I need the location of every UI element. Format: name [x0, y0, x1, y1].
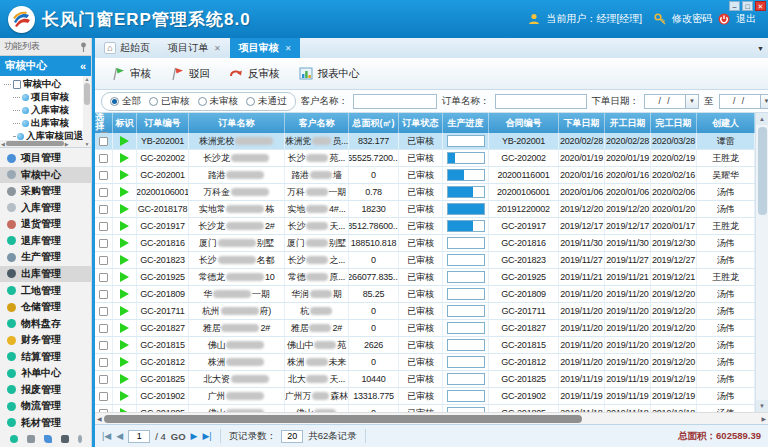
tree-root-node[interactable]: 审核中心 — [4, 78, 83, 91]
table-row[interactable]: GC-201917 长沙龙2# 长沙天... 8512.78600... 已审核… — [95, 218, 755, 235]
sidebar-nav-item[interactable]: 物流管理 — [0, 398, 91, 415]
go-button[interactable]: GO — [171, 431, 186, 442]
table-row[interactable]: GC-201812 株洲 株洲未来 0 已审核 GC-201812 2019/1… — [95, 354, 755, 371]
status-radio[interactable]: 未通过 — [246, 95, 287, 108]
table-row[interactable]: GC-201805 佛山 佛山 0 已审核 GC-201805 2019/11/… — [95, 405, 755, 412]
table-header-cell[interactable]: 开工日期 — [605, 113, 651, 133]
table-row[interactable]: GC-201809 华一期 华润期 85.25 已审核 GC-201809 20… — [95, 286, 755, 303]
table-header-cell[interactable]: 客户名称 — [285, 113, 349, 133]
table-row[interactable]: GC-201823 长沙名都 长沙之... 0 已审核 GC-201823 20… — [95, 252, 755, 269]
sidebar-nav-item[interactable]: 报废管理 — [0, 381, 91, 398]
sidebar-nav-item[interactable]: 退库管理 — [0, 233, 91, 250]
table-header-cell[interactable]: 完工日期 — [651, 113, 697, 133]
sidebar-nav-item[interactable]: 物料盘存 — [0, 315, 91, 332]
tab[interactable]: ⌂ 起始页 — [95, 38, 159, 58]
toolbar-button[interactable]: 报表中心 — [291, 63, 367, 85]
scroll-up-icon[interactable]: ▲ — [756, 113, 768, 125]
scroll-left-icon[interactable]: ◀ — [97, 415, 102, 422]
toolbar-button[interactable]: 审核 — [103, 63, 158, 85]
table-horizontal-scrollbar[interactable]: ◀ ▶ — [95, 412, 768, 424]
scroll-down-icon[interactable]: ▼ — [756, 400, 768, 412]
date-value[interactable]: / / — [719, 94, 761, 109]
prev-page-button[interactable]: ◀ — [116, 431, 123, 441]
table-row[interactable]: 20200106001 万科金 万科一期 0.78 已审核 2020010600… — [95, 184, 755, 201]
tree-vertical-scrollbar[interactable]: ▲▼ — [83, 76, 91, 147]
leaf-icon[interactable] — [44, 435, 52, 443]
pin-icon[interactable] — [80, 42, 87, 52]
table-header-cell[interactable]: 选择 — [95, 113, 113, 133]
row-checkbox[interactable] — [99, 324, 108, 333]
sidebar-nav-item[interactable]: 入库管理 — [0, 200, 91, 217]
scroll-right-icon[interactable]: ▶ — [761, 415, 766, 422]
sidebar-nav-item[interactable]: 项目管理 — [0, 150, 91, 167]
sidebar-nav-item[interactable]: 补单中心 — [0, 365, 91, 382]
table-header-cell[interactable]: 合同编号 — [489, 113, 559, 133]
table-row[interactable]: GC-201711 杭州府) 杭 0 已审核 GC-201711 2019/11… — [95, 303, 755, 320]
last-page-button[interactable]: ▶| — [202, 431, 211, 441]
tree-child-node[interactable]: 出库审核 — [13, 117, 83, 130]
table-row[interactable]: GC-201815 佛山 佛山中苑 2626 已审核 GC-201815 201… — [95, 337, 755, 354]
scrollbar-thumb[interactable] — [104, 415, 582, 423]
cart-icon[interactable] — [27, 435, 35, 443]
row-checkbox[interactable] — [99, 137, 108, 146]
table-header-cell[interactable]: 订单状态 — [399, 113, 443, 133]
sidebar-nav-item[interactable]: 退货管理 — [0, 216, 91, 233]
tab[interactable]: 项目审核 ✕ — [230, 38, 301, 58]
sidebar-nav-item[interactable]: 结算管理 — [0, 348, 91, 365]
page-size-input[interactable] — [281, 430, 303, 443]
page-number-input[interactable] — [128, 430, 150, 443]
date-value[interactable]: / / — [644, 94, 686, 109]
sidebar-panel-header[interactable]: 审核中心 « — [0, 56, 91, 76]
row-checkbox[interactable] — [99, 188, 108, 197]
tab[interactable]: 项目订单 ✕ — [159, 38, 230, 58]
status-radio[interactable]: 未审核 — [198, 95, 239, 108]
table-row[interactable]: GC-202001 路港 路港墙 0 已审核 20200116001 2020/… — [95, 167, 755, 184]
row-checkbox[interactable] — [99, 273, 108, 282]
tree-child-node[interactable]: 入库审核 — [13, 104, 83, 117]
row-checkbox[interactable] — [99, 222, 108, 231]
row-checkbox[interactable] — [99, 341, 108, 350]
minimize-button[interactable]: – — [729, 1, 740, 11]
calendar-dropdown-icon[interactable]: ▼ — [686, 94, 699, 109]
row-checkbox[interactable] — [99, 307, 108, 316]
table-row[interactable]: GC-201827 雅居2# 雅居2# 0 已审核 GC-201827 2019… — [95, 320, 755, 337]
first-page-button[interactable]: |◀ — [102, 431, 111, 441]
dot-icon[interactable] — [10, 435, 18, 443]
tab-overflow-icon[interactable]: ▼ — [757, 45, 764, 52]
order-date-from-picker[interactable]: / /▼ — [644, 94, 699, 109]
tree-child-node[interactable]: 项目审核 — [13, 91, 83, 104]
table-vertical-scrollbar[interactable]: ▲ ▼ — [755, 113, 768, 412]
table-header-cell[interactable]: 标识 — [113, 113, 137, 133]
tab-close-icon[interactable]: ✕ — [214, 44, 221, 53]
table-header-cell[interactable]: 总面积(㎡) — [349, 113, 399, 133]
status-radio[interactable]: 已审核 — [149, 95, 190, 108]
collapse-panel-icon[interactable]: « — [80, 60, 86, 72]
customer-name-input[interactable] — [353, 94, 437, 109]
next-page-button[interactable]: ▶ — [191, 431, 198, 441]
sidebar-nav-item[interactable]: 出库管理 — [0, 266, 91, 283]
table-header-cell[interactable]: 订单编号 — [137, 113, 189, 133]
calendar-dropdown-icon[interactable]: ▼ — [761, 94, 768, 109]
person-icon[interactable] — [61, 435, 69, 443]
table-row[interactable]: YB-202001 株洲党校 株洲党员... 832.177 已审核 YB-20… — [95, 133, 755, 150]
order-name-input[interactable] — [495, 94, 587, 109]
table-row[interactable]: GC-202002 长沙龙 长沙苑... 65525.7200... 已审核 G… — [95, 150, 755, 167]
row-checkbox[interactable] — [99, 205, 108, 214]
table-header-cell[interactable]: 订单名称 — [189, 113, 285, 133]
sidebar-nav-item[interactable]: 仓储管理 — [0, 299, 91, 316]
status-radio[interactable]: 全部 — [110, 95, 141, 108]
row-checkbox[interactable] — [99, 171, 108, 180]
tree-horizontal-scrollbar[interactable]: ◀▶ — [0, 140, 83, 147]
row-checkbox[interactable] — [99, 392, 108, 401]
row-checkbox[interactable] — [99, 256, 108, 265]
toolbar-button[interactable]: 反审核 — [221, 63, 287, 85]
scrollbar-thumb[interactable] — [758, 127, 767, 215]
maximize-button[interactable]: □ — [742, 1, 753, 11]
sidebar-nav-item[interactable]: 工地管理 — [0, 282, 91, 299]
close-button[interactable]: ✕ — [755, 1, 766, 11]
sidebar-nav-item[interactable]: 审核中心 — [0, 167, 91, 184]
table-row[interactable]: GC-201816 厦门别墅 厦门别墅 188510.818 已审核 GC-20… — [95, 235, 755, 252]
table-row[interactable]: GC-2018178 实地常栋 实地4#... 18230 已审核 201912… — [95, 201, 755, 218]
order-date-to-picker[interactable]: / /▼ — [719, 94, 768, 109]
row-checkbox[interactable] — [99, 290, 108, 299]
